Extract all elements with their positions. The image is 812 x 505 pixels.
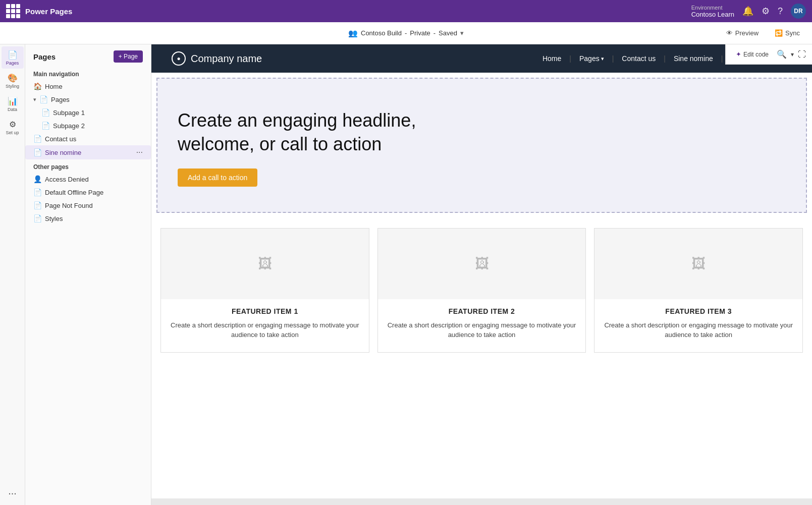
help-icon[interactable]: ? (778, 6, 783, 17)
site-logo: ● Company name (172, 51, 262, 66)
other-pages-label: Other pages (25, 159, 151, 173)
app-grid-icon[interactable] (6, 4, 20, 18)
rail-item-pages[interactable]: 📄 Pages (2, 46, 24, 69)
hero-headline: Create an engaging headline, welcome, or… (178, 109, 430, 156)
site-nav-pages[interactable]: Pages ▾ (571, 54, 612, 63)
nav-item-sine-nomine[interactable]: 📄 Sine nomine ··· (25, 145, 151, 159)
site-status: Saved (439, 29, 457, 37)
page-canvas: ● Company name Home | Pages ▾ | Contact … (151, 44, 812, 498)
nav-item-not-found-label: Page Not Found (45, 202, 93, 209)
feature-image-2: 🖼 (378, 229, 586, 299)
more-options-icon[interactable]: ··· (136, 148, 143, 157)
preview-button[interactable]: 👁 Preview (722, 27, 763, 39)
feature-title-2: FEATURED ITEM 2 (449, 307, 515, 315)
chevron-down-icon: ▾ (33, 96, 36, 103)
rail-more-icon[interactable]: ··· (8, 487, 17, 499)
not-found-file-icon: 📄 (33, 201, 42, 209)
feature-desc-2: Create a short description or engaging m… (378, 320, 586, 340)
nav-item-subpage1-label: Subpage 1 (53, 109, 85, 117)
panel-header: Pages + Page (25, 44, 151, 67)
styles-file-icon: 📄 (33, 214, 42, 222)
subpage1-file-icon: 📄 (41, 108, 50, 117)
fullscreen-icon[interactable]: ⛶ (798, 50, 806, 59)
nav-item-subpage2-label: Subpage 2 (53, 122, 85, 130)
settings-icon[interactable]: ⚙ (762, 6, 770, 17)
pages-file-icon: 📄 (39, 95, 48, 103)
panel-title: Pages (33, 52, 56, 61)
environment-info: Environment Contoso Learn (691, 5, 734, 18)
site-nav: ● Company name Home | Pages ▾ | Contact … (151, 44, 812, 73)
nav-item-home-label: Home (45, 83, 63, 90)
site-nav-home[interactable]: Home (534, 54, 569, 63)
main-area: 📄 Pages 🎨 Styling 📊 Data ⚙ Set up ··· Pa… (0, 44, 812, 505)
logo-icon: ● (172, 51, 186, 66)
site-nav-sine-nomine[interactable]: Sine nomine (666, 54, 721, 63)
nav-item-pages[interactable]: ▾ 📄 Pages (25, 93, 151, 106)
rail-item-data[interactable]: 📊 Data (2, 93, 24, 115)
sync-icon: 🔁 (775, 29, 783, 37)
nav-item-not-found[interactable]: 📄 Page Not Found (25, 199, 151, 212)
feature-image-3: 🖼 (594, 229, 802, 299)
icon-rail: 📄 Pages 🎨 Styling 📊 Data ⚙ Set up ··· (0, 44, 25, 505)
top-bar: Power Pages Environment Contoso Learn 🔔 … (0, 0, 812, 22)
features-section: 🖼 FEATURED ITEM 1 Create a short descrip… (151, 218, 812, 363)
zoom-dropdown-icon[interactable]: ▾ (791, 51, 794, 58)
user-avatar[interactable]: DR (791, 4, 806, 19)
feature-card-1: 🖼 FEATURED ITEM 1 Create a short descrip… (160, 228, 369, 353)
nav-item-contact-label: Contact us (45, 135, 76, 143)
preview-icon: 👁 (726, 29, 733, 37)
notification-icon[interactable]: 🔔 (742, 6, 753, 17)
feature-title-3: FEATURED ITEM 3 (665, 307, 732, 315)
feature-desc-3: Create a short description or engaging m… (594, 320, 802, 340)
site-nav-contact[interactable]: Contact us (614, 54, 664, 63)
nav-item-access-denied-label: Access Denied (45, 176, 89, 183)
cta-button[interactable]: Add a call to action (178, 169, 257, 187)
site-privacy: Private (410, 29, 430, 37)
feature-image-1: 🖼 (161, 229, 369, 299)
sub-bar: 👥 Contoso Build - Private - Saved ▾ 👁 Pr… (0, 22, 812, 44)
data-icon: 📊 (8, 96, 18, 106)
edit-code-button[interactable]: ✦ Edit code (732, 48, 773, 60)
nav-item-styles[interactable]: 📄 Styles (25, 212, 151, 225)
setup-icon: ⚙ (9, 120, 16, 129)
add-page-button[interactable]: + Page (114, 50, 143, 63)
image-placeholder-icon-1: 🖼 (258, 255, 272, 272)
nav-item-styles-label: Styles (45, 215, 63, 222)
pages-dropdown-icon: ▾ (601, 55, 604, 62)
nav-item-pages-label: Pages (51, 96, 70, 103)
site-icon: 👥 (348, 29, 358, 38)
offline-file-icon: 📄 (33, 188, 42, 196)
app-title: Power Pages (25, 7, 72, 16)
canvas-area: ✦ Edit code 🔍 ▾ ⛶ ● Company name Home | (151, 44, 812, 505)
nav-item-offline[interactable]: 📄 Default Offline Page (25, 186, 151, 199)
nav-item-subpage2[interactable]: 📄 Subpage 2 (25, 119, 151, 132)
pages-icon: 📄 (8, 50, 18, 60)
hero-section: Create an engaging headline, welcome, or… (156, 78, 807, 213)
styling-icon: 🎨 (8, 73, 18, 83)
nav-item-offline-label: Default Offline Page (45, 189, 103, 196)
sync-button[interactable]: 🔁 Sync (771, 27, 804, 39)
access-denied-icon: 👤 (33, 175, 42, 183)
image-placeholder-icon-3: 🖼 (691, 255, 706, 272)
site-dropdown-icon[interactable]: ▾ (460, 29, 464, 37)
sine-nomine-icon: 📄 (33, 148, 42, 156)
site-logo-text: Company name (191, 53, 262, 65)
site-name: Contoso Build (361, 29, 402, 37)
canvas-toolbar: ✦ Edit code 🔍 ▾ ⛶ (725, 44, 812, 65)
env-label: Environment (691, 5, 734, 11)
edit-code-icon: ✦ (736, 50, 741, 58)
zoom-icon[interactable]: 🔍 (777, 49, 787, 59)
env-name: Contoso Learn (691, 11, 734, 18)
nav-item-subpage1[interactable]: 📄 Subpage 1 (25, 106, 151, 119)
site-info: 👥 Contoso Build - Private - Saved ▾ (348, 29, 464, 38)
contact-file-icon: 📄 (33, 135, 42, 143)
nav-item-access-denied[interactable]: 👤 Access Denied (25, 173, 151, 186)
nav-item-home[interactable]: 🏠 Home (25, 80, 151, 93)
feature-card-2: 🖼 FEATURED ITEM 2 Create a short descrip… (377, 228, 586, 353)
site-separator: - (405, 29, 407, 37)
sub-bar-actions: 👁 Preview 🔁 Sync (722, 27, 804, 39)
rail-item-styling[interactable]: 🎨 Styling (2, 70, 24, 92)
rail-item-setup[interactable]: ⚙ Set up (2, 116, 24, 138)
nav-item-contact[interactable]: 📄 Contact us (25, 132, 151, 145)
image-placeholder-icon-2: 🖼 (475, 255, 489, 272)
